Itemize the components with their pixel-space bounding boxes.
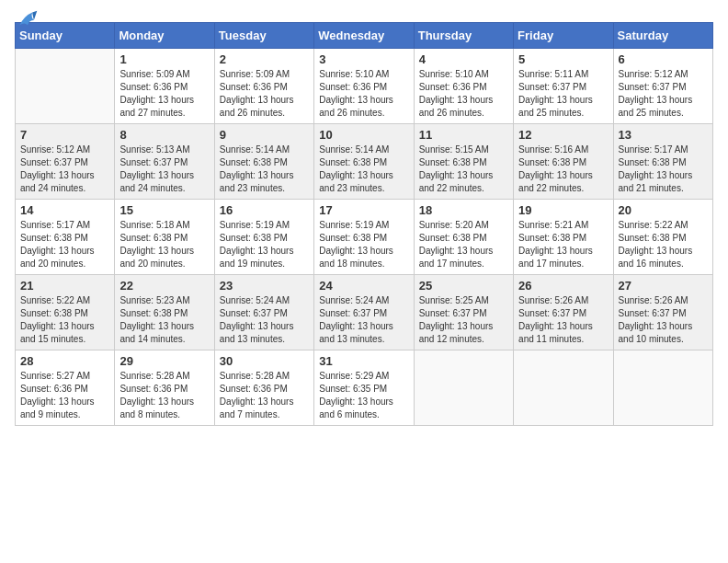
logo-bird-icon xyxy=(17,9,39,31)
calendar-table: SundayMondayTuesdayWednesdayThursdayFrid… xyxy=(15,22,713,426)
calendar-cell: 13Sunrise: 5:17 AMSunset: 6:38 PMDayligh… xyxy=(613,124,712,200)
day-number: 24 xyxy=(319,279,408,293)
day-info: Sunrise: 5:17 AMSunset: 6:38 PMDaylight:… xyxy=(20,219,109,270)
calendar-cell: 14Sunrise: 5:17 AMSunset: 6:38 PMDayligh… xyxy=(16,200,115,275)
calendar-cell: 5Sunrise: 5:11 AMSunset: 6:37 PMDaylight… xyxy=(514,49,613,124)
day-info: Sunrise: 5:26 AMSunset: 6:37 PMDaylight:… xyxy=(518,294,608,346)
day-number: 28 xyxy=(20,354,109,368)
day-info: Sunrise: 5:12 AMSunset: 6:37 PMDaylight:… xyxy=(619,68,708,120)
day-number: 18 xyxy=(419,203,508,217)
calendar-cell: 22Sunrise: 5:23 AMSunset: 6:38 PMDayligh… xyxy=(115,275,214,350)
calendar-cell: 18Sunrise: 5:20 AMSunset: 6:38 PMDayligh… xyxy=(414,200,513,275)
calendar-week-row: 21Sunrise: 5:22 AMSunset: 6:38 PMDayligh… xyxy=(16,275,713,350)
calendar-cell xyxy=(514,350,613,426)
calendar-cell: 16Sunrise: 5:19 AMSunset: 6:38 PMDayligh… xyxy=(214,200,313,275)
day-info: Sunrise: 5:09 AMSunset: 6:36 PMDaylight:… xyxy=(119,68,209,120)
calendar-cell: 29Sunrise: 5:28 AMSunset: 6:36 PMDayligh… xyxy=(115,350,214,426)
calendar-cell: 15Sunrise: 5:18 AMSunset: 6:38 PMDayligh… xyxy=(115,200,214,275)
day-number: 7 xyxy=(20,128,109,142)
calendar-cell xyxy=(613,350,712,426)
calendar-cell: 21Sunrise: 5:22 AMSunset: 6:38 PMDayligh… xyxy=(16,275,115,350)
day-info: Sunrise: 5:24 AMSunset: 6:37 PMDaylight:… xyxy=(319,294,408,346)
day-number: 23 xyxy=(220,279,309,293)
day-info: Sunrise: 5:28 AMSunset: 6:36 PMDaylight:… xyxy=(220,370,309,421)
calendar-cell xyxy=(414,350,513,426)
calendar-cell: 24Sunrise: 5:24 AMSunset: 6:37 PMDayligh… xyxy=(314,275,414,350)
calendar-cell: 8Sunrise: 5:13 AMSunset: 6:37 PMDaylight… xyxy=(115,124,214,200)
calendar-cell: 12Sunrise: 5:16 AMSunset: 6:38 PMDayligh… xyxy=(514,124,613,200)
day-info: Sunrise: 5:28 AMSunset: 6:36 PMDaylight:… xyxy=(119,370,209,421)
day-number: 30 xyxy=(220,354,309,368)
calendar-cell: 28Sunrise: 5:27 AMSunset: 6:36 PMDayligh… xyxy=(16,350,115,426)
calendar-cell: 25Sunrise: 5:25 AMSunset: 6:37 PMDayligh… xyxy=(414,275,513,350)
calendar-cell: 7Sunrise: 5:12 AMSunset: 6:37 PMDaylight… xyxy=(16,124,115,200)
calendar-cell: 27Sunrise: 5:26 AMSunset: 6:37 PMDayligh… xyxy=(613,275,712,350)
day-info: Sunrise: 5:13 AMSunset: 6:37 PMDaylight:… xyxy=(119,144,209,195)
calendar-header-saturday: Saturday xyxy=(613,23,712,49)
calendar-week-row: 28Sunrise: 5:27 AMSunset: 6:36 PMDayligh… xyxy=(16,350,713,426)
day-number: 4 xyxy=(419,52,508,66)
calendar-header-tuesday: Tuesday xyxy=(214,23,313,49)
day-info: Sunrise: 5:19 AMSunset: 6:38 PMDaylight:… xyxy=(319,219,408,270)
calendar-cell: 9Sunrise: 5:14 AMSunset: 6:38 PMDaylight… xyxy=(214,124,313,200)
calendar-cell: 19Sunrise: 5:21 AMSunset: 6:38 PMDayligh… xyxy=(514,200,613,275)
day-info: Sunrise: 5:14 AMSunset: 6:38 PMDaylight:… xyxy=(319,144,408,195)
day-info: Sunrise: 5:25 AMSunset: 6:37 PMDaylight:… xyxy=(419,294,508,346)
day-number: 29 xyxy=(119,354,209,368)
calendar-cell: 20Sunrise: 5:22 AMSunset: 6:38 PMDayligh… xyxy=(613,200,712,275)
day-number: 9 xyxy=(220,128,309,142)
day-number: 19 xyxy=(518,203,608,217)
day-number: 1 xyxy=(119,52,209,66)
day-info: Sunrise: 5:21 AMSunset: 6:38 PMDaylight:… xyxy=(518,219,608,270)
day-info: Sunrise: 5:19 AMSunset: 6:38 PMDaylight:… xyxy=(220,219,309,270)
calendar-cell: 11Sunrise: 5:15 AMSunset: 6:38 PMDayligh… xyxy=(414,124,513,200)
calendar-week-row: 7Sunrise: 5:12 AMSunset: 6:37 PMDaylight… xyxy=(16,124,713,200)
calendar-cell: 4Sunrise: 5:10 AMSunset: 6:36 PMDaylight… xyxy=(414,49,513,124)
day-info: Sunrise: 5:09 AMSunset: 6:36 PMDaylight:… xyxy=(220,68,309,120)
day-info: Sunrise: 5:29 AMSunset: 6:35 PMDaylight:… xyxy=(319,370,408,421)
day-number: 8 xyxy=(119,128,209,142)
day-number: 12 xyxy=(518,128,608,142)
day-info: Sunrise: 5:11 AMSunset: 6:37 PMDaylight:… xyxy=(518,68,608,120)
day-number: 31 xyxy=(319,354,408,368)
calendar-cell: 1Sunrise: 5:09 AMSunset: 6:36 PMDaylight… xyxy=(115,49,214,124)
calendar-header-thursday: Thursday xyxy=(414,23,513,49)
day-info: Sunrise: 5:10 AMSunset: 6:36 PMDaylight:… xyxy=(419,68,508,120)
calendar-week-row: 1Sunrise: 5:09 AMSunset: 6:36 PMDaylight… xyxy=(16,49,713,124)
day-number: 27 xyxy=(619,279,708,293)
calendar-cell: 10Sunrise: 5:14 AMSunset: 6:38 PMDayligh… xyxy=(314,124,414,200)
day-info: Sunrise: 5:12 AMSunset: 6:37 PMDaylight:… xyxy=(20,144,109,195)
day-number: 21 xyxy=(20,279,109,293)
day-info: Sunrise: 5:22 AMSunset: 6:38 PMDaylight:… xyxy=(619,219,708,270)
calendar-cell: 3Sunrise: 5:10 AMSunset: 6:36 PMDaylight… xyxy=(314,49,414,124)
calendar-week-row: 14Sunrise: 5:17 AMSunset: 6:38 PMDayligh… xyxy=(16,200,713,275)
day-number: 15 xyxy=(119,203,209,217)
day-info: Sunrise: 5:23 AMSunset: 6:38 PMDaylight:… xyxy=(119,294,209,346)
day-number: 3 xyxy=(319,52,408,66)
calendar-cell xyxy=(16,49,115,124)
calendar-cell: 23Sunrise: 5:24 AMSunset: 6:37 PMDayligh… xyxy=(214,275,313,350)
day-number: 5 xyxy=(518,52,608,66)
calendar-cell: 31Sunrise: 5:29 AMSunset: 6:35 PMDayligh… xyxy=(314,350,414,426)
day-number: 20 xyxy=(619,203,708,217)
day-number: 11 xyxy=(419,128,508,142)
day-number: 13 xyxy=(619,128,708,142)
day-number: 16 xyxy=(220,203,309,217)
calendar-cell: 30Sunrise: 5:28 AMSunset: 6:36 PMDayligh… xyxy=(214,350,313,426)
day-info: Sunrise: 5:22 AMSunset: 6:38 PMDaylight:… xyxy=(20,294,109,346)
calendar-cell: 26Sunrise: 5:26 AMSunset: 6:37 PMDayligh… xyxy=(514,275,613,350)
day-info: Sunrise: 5:16 AMSunset: 6:38 PMDaylight:… xyxy=(518,144,608,195)
day-info: Sunrise: 5:14 AMSunset: 6:38 PMDaylight:… xyxy=(220,144,309,195)
day-info: Sunrise: 5:17 AMSunset: 6:38 PMDaylight:… xyxy=(619,144,708,195)
day-number: 14 xyxy=(20,203,109,217)
day-number: 6 xyxy=(619,52,708,66)
day-info: Sunrise: 5:26 AMSunset: 6:37 PMDaylight:… xyxy=(619,294,708,346)
day-info: Sunrise: 5:10 AMSunset: 6:36 PMDaylight:… xyxy=(319,68,408,120)
calendar-header-row: SundayMondayTuesdayWednesdayThursdayFrid… xyxy=(16,23,713,49)
day-info: Sunrise: 5:27 AMSunset: 6:36 PMDaylight:… xyxy=(20,370,109,421)
calendar-cell: 17Sunrise: 5:19 AMSunset: 6:38 PMDayligh… xyxy=(314,200,414,275)
calendar-cell: 6Sunrise: 5:12 AMSunset: 6:37 PMDaylight… xyxy=(613,49,712,124)
calendar-cell: 2Sunrise: 5:09 AMSunset: 6:36 PMDaylight… xyxy=(214,49,313,124)
day-info: Sunrise: 5:24 AMSunset: 6:37 PMDaylight:… xyxy=(220,294,309,346)
day-number: 17 xyxy=(319,203,408,217)
